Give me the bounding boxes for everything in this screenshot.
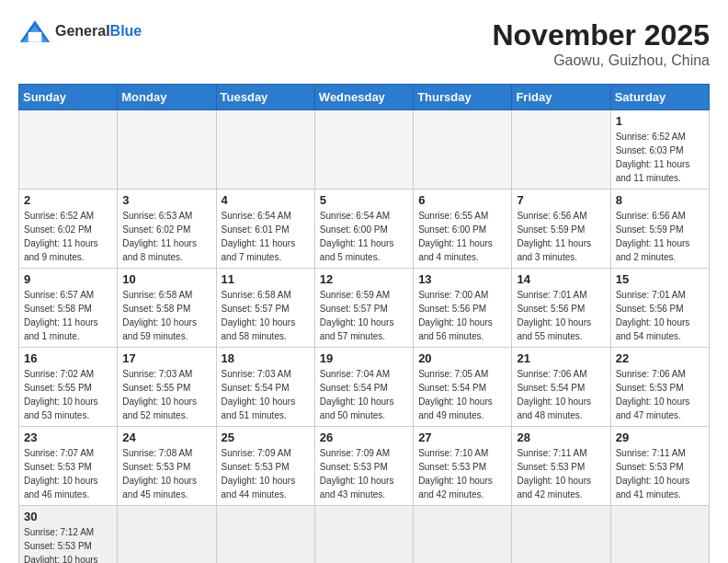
calendar-cell xyxy=(414,506,512,564)
day-number: 13 xyxy=(418,272,506,286)
week-row-2: 2Sunrise: 6:52 AMSunset: 6:02 PMDaylight… xyxy=(19,190,710,269)
weekday-header-thursday: Thursday xyxy=(414,85,512,110)
day-number: 22 xyxy=(616,351,704,365)
day-number: 29 xyxy=(616,431,704,444)
calendar-cell: 13Sunrise: 7:00 AMSunset: 5:56 PMDayligh… xyxy=(414,269,512,348)
svg-rect-2 xyxy=(28,32,41,42)
calendar-cell: 14Sunrise: 7:01 AMSunset: 5:56 PMDayligh… xyxy=(512,269,610,348)
day-number: 7 xyxy=(517,193,605,207)
calendar-cell: 2Sunrise: 6:52 AMSunset: 6:02 PMDaylight… xyxy=(19,190,118,269)
logo-text: GeneralBlue xyxy=(55,23,142,40)
day-number: 18 xyxy=(222,351,310,365)
calendar-cell xyxy=(118,506,216,564)
day-number: 25 xyxy=(222,431,310,444)
calendar-cell: 21Sunrise: 7:06 AMSunset: 5:54 PMDayligh… xyxy=(512,348,610,427)
day-info: Sunrise: 7:05 AMSunset: 5:54 PMDaylight:… xyxy=(418,367,506,422)
day-info: Sunrise: 7:11 AMSunset: 5:53 PMDaylight:… xyxy=(616,446,704,501)
day-number: 15 xyxy=(616,272,704,286)
day-number: 27 xyxy=(418,431,506,444)
calendar-cell: 29Sunrise: 7:11 AMSunset: 5:53 PMDayligh… xyxy=(610,427,709,506)
calendar-cell: 8Sunrise: 6:56 AMSunset: 5:59 PMDaylight… xyxy=(610,190,709,269)
day-info: Sunrise: 6:56 AMSunset: 5:59 PMDaylight:… xyxy=(517,209,605,264)
day-info: Sunrise: 6:53 AMSunset: 6:02 PMDaylight:… xyxy=(122,209,210,264)
calendar-cell xyxy=(216,110,314,190)
calendar-cell: 24Sunrise: 7:08 AMSunset: 5:53 PMDayligh… xyxy=(118,427,216,506)
day-info: Sunrise: 7:06 AMSunset: 5:54 PMDaylight:… xyxy=(517,367,605,422)
day-info: Sunrise: 7:01 AMSunset: 5:56 PMDaylight:… xyxy=(517,288,605,343)
calendar-cell xyxy=(512,506,610,564)
calendar-cell: 26Sunrise: 7:09 AMSunset: 5:53 PMDayligh… xyxy=(314,427,413,506)
day-info: Sunrise: 7:04 AMSunset: 5:54 PMDaylight:… xyxy=(320,367,408,422)
weekday-header-row: SundayMondayTuesdayWednesdayThursdayFrid… xyxy=(19,85,710,110)
day-number: 5 xyxy=(320,193,408,207)
calendar-cell xyxy=(610,506,709,564)
day-info: Sunrise: 7:02 AMSunset: 5:55 PMDaylight:… xyxy=(24,367,112,422)
calendar-cell: 25Sunrise: 7:09 AMSunset: 5:53 PMDayligh… xyxy=(216,427,314,506)
calendar-cell: 6Sunrise: 6:55 AMSunset: 6:00 PMDaylight… xyxy=(414,190,512,269)
calendar-cell xyxy=(118,110,216,190)
calendar-cell: 7Sunrise: 6:56 AMSunset: 5:59 PMDaylight… xyxy=(512,190,610,269)
location: Gaowu, Guizhou, China xyxy=(492,52,710,69)
day-number: 30 xyxy=(24,510,112,523)
day-number: 4 xyxy=(222,193,310,207)
calendar-cell: 17Sunrise: 7:03 AMSunset: 5:55 PMDayligh… xyxy=(118,348,216,427)
day-info: Sunrise: 7:00 AMSunset: 5:56 PMDaylight:… xyxy=(418,288,506,343)
day-info: Sunrise: 6:59 AMSunset: 5:57 PMDaylight:… xyxy=(320,288,408,343)
week-row-4: 16Sunrise: 7:02 AMSunset: 5:55 PMDayligh… xyxy=(19,348,710,427)
day-info: Sunrise: 6:54 AMSunset: 6:00 PMDaylight:… xyxy=(320,209,408,264)
weekday-header-wednesday: Wednesday xyxy=(314,85,413,110)
day-info: Sunrise: 7:03 AMSunset: 5:55 PMDaylight:… xyxy=(122,367,210,422)
calendar-cell: 16Sunrise: 7:02 AMSunset: 5:55 PMDayligh… xyxy=(19,348,118,427)
day-number: 9 xyxy=(24,272,112,286)
calendar-cell: 11Sunrise: 6:58 AMSunset: 5:57 PMDayligh… xyxy=(216,269,314,348)
day-info: Sunrise: 7:08 AMSunset: 5:53 PMDaylight:… xyxy=(122,446,210,501)
day-info: Sunrise: 7:07 AMSunset: 5:53 PMDaylight:… xyxy=(24,446,112,501)
day-info: Sunrise: 6:58 AMSunset: 5:58 PMDaylight:… xyxy=(122,288,210,343)
day-info: Sunrise: 7:11 AMSunset: 5:53 PMDaylight:… xyxy=(517,446,605,501)
weekday-header-friday: Friday xyxy=(512,85,610,110)
calendar-cell xyxy=(314,506,413,564)
calendar-cell: 5Sunrise: 6:54 AMSunset: 6:00 PMDaylight… xyxy=(314,190,413,269)
day-number: 10 xyxy=(122,272,210,286)
calendar-cell: 18Sunrise: 7:03 AMSunset: 5:54 PMDayligh… xyxy=(216,348,314,427)
day-info: Sunrise: 7:12 AMSunset: 5:53 PMDaylight:… xyxy=(24,525,112,563)
day-info: Sunrise: 7:09 AMSunset: 5:53 PMDaylight:… xyxy=(222,446,310,501)
calendar-cell: 9Sunrise: 6:57 AMSunset: 5:58 PMDaylight… xyxy=(19,269,118,348)
week-row-1: 1Sunrise: 6:52 AMSunset: 6:03 PMDaylight… xyxy=(19,110,710,190)
day-number: 23 xyxy=(24,431,112,444)
calendar-cell: 23Sunrise: 7:07 AMSunset: 5:53 PMDayligh… xyxy=(19,427,118,506)
day-info: Sunrise: 6:55 AMSunset: 6:00 PMDaylight:… xyxy=(418,209,506,264)
calendar-table: SundayMondayTuesdayWednesdayThursdayFrid… xyxy=(18,84,710,563)
day-info: Sunrise: 7:03 AMSunset: 5:54 PMDaylight:… xyxy=(222,367,310,422)
week-row-3: 9Sunrise: 6:57 AMSunset: 5:58 PMDaylight… xyxy=(19,269,710,348)
weekday-header-sunday: Sunday xyxy=(19,85,118,110)
day-number: 21 xyxy=(517,351,605,365)
day-number: 2 xyxy=(24,193,112,207)
day-number: 20 xyxy=(418,351,506,365)
week-row-6: 30Sunrise: 7:12 AMSunset: 5:53 PMDayligh… xyxy=(19,506,710,564)
calendar-cell xyxy=(512,110,610,190)
day-info: Sunrise: 7:10 AMSunset: 5:53 PMDaylight:… xyxy=(418,446,506,501)
day-info: Sunrise: 6:52 AMSunset: 6:02 PMDaylight:… xyxy=(24,209,112,264)
month-title: November 2025 xyxy=(492,18,710,52)
day-number: 24 xyxy=(122,431,210,444)
calendar-cell xyxy=(414,110,512,190)
day-number: 11 xyxy=(222,272,310,286)
day-number: 8 xyxy=(616,193,704,207)
day-number: 3 xyxy=(122,193,210,207)
day-info: Sunrise: 6:57 AMSunset: 5:58 PMDaylight:… xyxy=(24,288,112,343)
logo: GeneralBlue xyxy=(18,18,142,44)
page-header: GeneralBlue November 2025 Gaowu, Guizhou… xyxy=(18,18,710,69)
calendar-cell xyxy=(314,110,413,190)
weekday-header-saturday: Saturday xyxy=(610,85,709,110)
calendar-cell xyxy=(19,110,118,190)
day-info: Sunrise: 7:09 AMSunset: 5:53 PMDaylight:… xyxy=(320,446,408,501)
day-info: Sunrise: 6:52 AMSunset: 6:03 PMDaylight:… xyxy=(616,130,704,185)
calendar-cell: 4Sunrise: 6:54 AMSunset: 6:01 PMDaylight… xyxy=(216,190,314,269)
logo-icon xyxy=(18,18,51,44)
day-number: 6 xyxy=(418,193,506,207)
day-number: 28 xyxy=(517,431,605,444)
day-info: Sunrise: 7:01 AMSunset: 5:56 PMDaylight:… xyxy=(616,288,704,343)
day-number: 26 xyxy=(320,431,408,444)
calendar-cell: 22Sunrise: 7:06 AMSunset: 5:53 PMDayligh… xyxy=(610,348,709,427)
